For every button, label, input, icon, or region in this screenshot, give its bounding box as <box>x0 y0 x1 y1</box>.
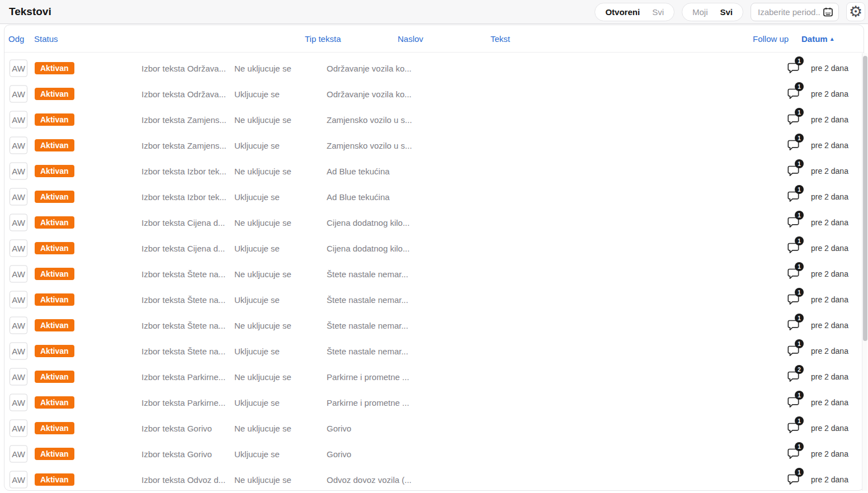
comment-bubble-icon[interactable]: 1 <box>786 137 803 154</box>
table-row[interactable]: AW Aktivan Izbor teksta Održava... Uklju… <box>4 81 864 107</box>
datum-cell: pre 2 dana <box>811 269 848 278</box>
comment-bubble-icon[interactable]: 1 <box>786 60 803 77</box>
table-card: Odg Status Tip teksta Naslov Tekst Follo… <box>4 25 864 491</box>
comment-bubble-icon[interactable]: 1 <box>786 471 803 488</box>
filter-owner-option-moji[interactable]: Moji <box>692 7 708 17</box>
follow-up-count-badge: 1 <box>795 56 804 65</box>
column-header-odg[interactable]: Odg <box>8 25 24 53</box>
tip-teksta-cell: Izbor teksta Izbor tek... <box>141 192 227 202</box>
odg-badge: AW <box>10 394 27 411</box>
follow-up-cell[interactable]: 1 <box>786 394 803 411</box>
table-row[interactable]: AW Aktivan Izbor teksta Štete na... Ne u… <box>4 261 864 287</box>
table-row[interactable]: AW Aktivan Izbor teksta Gorivo Ne ukljuc… <box>4 415 864 441</box>
table-header: Odg Status Tip teksta Naslov Tekst Follo… <box>4 25 864 53</box>
vertical-scrollbar[interactable] <box>862 53 867 491</box>
tip-teksta-cell: Izbor teksta Štete na... <box>141 269 225 279</box>
tip-teksta-cell: Izbor teksta Štete na... <box>141 295 225 305</box>
table-row[interactable]: AW Aktivan Izbor teksta Izbor tek... Ukl… <box>4 184 864 210</box>
follow-up-cell[interactable]: 1 <box>786 420 803 437</box>
table-row[interactable]: AW Aktivan Izbor teksta Štete na... Uklj… <box>4 338 864 364</box>
comment-bubble-icon[interactable]: 1 <box>786 317 803 334</box>
comment-bubble-icon[interactable]: 1 <box>786 188 803 205</box>
column-header-status[interactable]: Status <box>34 25 58 53</box>
table-row[interactable]: AW Aktivan Izbor teksta Gorivo Ukljucuje… <box>4 441 864 467</box>
column-header-datum[interactable]: Datum▲ <box>801 25 835 53</box>
ukljucuje-cell: Ukljucuje se <box>234 449 280 459</box>
status-badge: Aktivan <box>35 88 74 100</box>
follow-up-cell[interactable]: 2 <box>786 368 803 385</box>
comment-bubble-icon[interactable]: 1 <box>786 240 803 257</box>
naslov-cell: Štete nastale nemar... <box>327 347 408 356</box>
column-header-naslov[interactable]: Naslov <box>398 25 423 53</box>
ukljucuje-cell: Ukljucuje se <box>234 244 280 253</box>
settings-button[interactable]: ⚙ <box>846 2 865 21</box>
follow-up-count-badge: 2 <box>795 365 804 374</box>
table-row[interactable]: AW Aktivan Izbor teksta Održava... Ne uk… <box>4 55 864 81</box>
ukljucuje-cell: Ne ukljucuje se <box>234 167 291 176</box>
follow-up-cell[interactable]: 1 <box>786 137 803 154</box>
filter-status-option-otvoreni[interactable]: Otvoreni <box>605 7 640 17</box>
table-row[interactable]: AW Aktivan Izbor teksta Zamjens... Ne uk… <box>4 107 864 132</box>
comment-bubble-icon[interactable]: 1 <box>786 163 803 179</box>
column-header-tekst[interactable]: Tekst <box>490 25 510 53</box>
comment-bubble-icon[interactable]: 1 <box>786 214 803 231</box>
follow-up-cell[interactable]: 1 <box>786 445 803 462</box>
follow-up-cell[interactable]: 1 <box>786 214 803 231</box>
column-header-tip-teksta[interactable]: Tip teksta <box>305 25 341 53</box>
comment-bubble-icon[interactable]: 1 <box>786 420 803 437</box>
period-input[interactable] <box>758 7 822 17</box>
table-row[interactable]: AW Aktivan Izbor teksta Štete na... Ne u… <box>4 312 864 338</box>
follow-up-cell[interactable]: 1 <box>786 291 803 308</box>
naslov-cell: Cijena dodatnog kilo... <box>327 218 409 227</box>
calendar-icon[interactable] <box>822 6 834 18</box>
comment-bubble-icon[interactable]: 1 <box>786 86 803 102</box>
comment-bubble-icon[interactable]: 1 <box>786 445 803 462</box>
naslov-cell: Gorivo <box>327 449 351 459</box>
table-row[interactable]: AW Aktivan Izbor teksta Štete na... Uklj… <box>4 287 864 312</box>
table-row[interactable]: AW Aktivan Izbor teksta Parkirne... Uklj… <box>4 390 864 415</box>
comment-bubble-icon[interactable]: 2 <box>786 368 803 385</box>
follow-up-cell[interactable]: 1 <box>786 317 803 334</box>
follow-up-cell[interactable]: 1 <box>786 60 803 77</box>
tip-teksta-cell: Izbor teksta Odvoz d... <box>141 475 225 485</box>
status-badge: Aktivan <box>35 345 74 357</box>
scrollbar-thumb[interactable] <box>863 56 867 341</box>
filter-status-option-svi[interactable]: Svi <box>652 7 664 17</box>
follow-up-cell[interactable]: 1 <box>786 86 803 102</box>
table-row[interactable]: AW Aktivan Izbor teksta Parkirne... Ne u… <box>4 364 864 390</box>
status-badge: Aktivan <box>35 396 74 409</box>
follow-up-cell[interactable]: 1 <box>786 240 803 257</box>
comment-bubble-icon[interactable]: 1 <box>786 394 803 411</box>
naslov-cell: Parkirne i prometne ... <box>327 372 409 382</box>
follow-up-cell[interactable]: 1 <box>786 266 803 282</box>
follow-up-cell[interactable]: 1 <box>786 163 803 179</box>
table-row[interactable]: AW Aktivan Izbor teksta Zamjens... Uklju… <box>4 132 864 158</box>
filter-status-toggle[interactable]: Otvoreni Svi <box>595 3 674 21</box>
column-header-follow-up[interactable]: Follow up <box>753 25 789 53</box>
follow-up-cell[interactable]: 1 <box>786 111 803 128</box>
naslov-cell: Održavanje vozila ko... <box>327 64 412 73</box>
follow-up-cell[interactable]: 1 <box>786 471 803 488</box>
table-row[interactable]: AW Aktivan Izbor teksta Cijena d... Ne u… <box>4 210 864 235</box>
tip-teksta-cell: Izbor teksta Cijena d... <box>141 244 225 253</box>
comment-bubble-icon[interactable]: 1 <box>786 111 803 128</box>
status-badge: Aktivan <box>35 113 74 126</box>
ukljucuje-cell: Ukljucuje se <box>234 89 280 99</box>
naslov-cell: Cijena dodatnog kilo... <box>327 244 409 253</box>
follow-up-cell[interactable]: 1 <box>786 188 803 205</box>
table-row[interactable]: AW Aktivan Izbor teksta Odvoz d... Ne uk… <box>4 467 864 491</box>
naslov-cell: Parkirne i prometne ... <box>327 398 409 407</box>
odg-badge: AW <box>10 445 27 463</box>
filter-owner-toggle[interactable]: Moji Svi <box>682 3 743 21</box>
filter-owner-option-svi[interactable]: Svi <box>720 7 733 17</box>
naslov-cell: Ad Blue tekućina <box>327 192 390 202</box>
table-row[interactable]: AW Aktivan Izbor teksta Izbor tek... Ne … <box>4 158 864 184</box>
comment-bubble-icon[interactable]: 1 <box>786 343 803 359</box>
follow-up-cell[interactable]: 1 <box>786 343 803 359</box>
table-row[interactable]: AW Aktivan Izbor teksta Cijena d... Uklj… <box>4 235 864 261</box>
period-picker[interactable] <box>751 3 839 21</box>
follow-up-count-badge: 1 <box>795 339 804 348</box>
comment-bubble-icon[interactable]: 1 <box>786 266 803 282</box>
comment-bubble-icon[interactable]: 1 <box>786 291 803 308</box>
naslov-cell: Održavanje vozila ko... <box>327 89 412 99</box>
